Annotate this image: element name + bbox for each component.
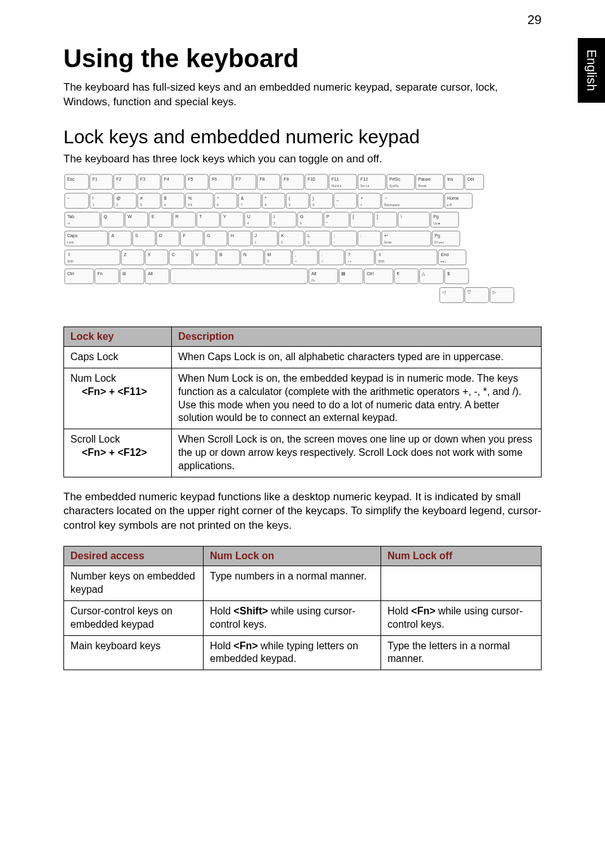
- svg-text:6: 6: [217, 203, 219, 206]
- lock-key-name: Scroll Lock <Fn> + <F12>: [64, 429, 172, 477]
- svg-text:3: 3: [308, 241, 309, 244]
- svg-text:Ctrl: Ctrl: [367, 271, 374, 276]
- svg-text:F10: F10: [308, 177, 315, 181]
- table-header: Num Lock on: [204, 547, 381, 566]
- svg-text:Up ■: Up ■: [433, 222, 440, 225]
- access-cell: Hold <Shift> while using cursor-control …: [204, 600, 381, 635]
- svg-text:3: 3: [140, 203, 142, 206]
- svg-text:\: \: [401, 214, 402, 219]
- svg-text:P: P: [327, 214, 330, 219]
- lock-key-combo: <Fn> + <F11>: [70, 385, 165, 399]
- table-row: Number keys on embedded keypad Type numb…: [64, 566, 542, 601]
- svg-text:Del: Del: [467, 177, 474, 181]
- svg-text:Dn ▸▸|: Dn ▸▸|: [434, 241, 444, 244]
- access-cell: Cursor-control keys on embedded keypad: [64, 600, 204, 635]
- svg-text:↵: ↵: [384, 233, 388, 238]
- svg-text:M: M: [267, 252, 271, 257]
- svg-text:▸▸|: ▸▸|: [441, 260, 445, 263]
- svg-text:$: $: [164, 196, 167, 200]
- svg-text:C: C: [172, 252, 175, 257]
- svg-text:V: V: [195, 252, 198, 257]
- svg-text:Q: Q: [104, 214, 108, 219]
- svg-text:Break: Break: [419, 185, 427, 188]
- svg-text:F4: F4: [164, 177, 169, 181]
- access-cell: Main keyboard keys: [64, 635, 204, 670]
- table-header: Lock key: [64, 327, 172, 347]
- access-cell: Number keys on embedded keypad: [64, 566, 204, 601]
- svg-text:?: ?: [348, 252, 350, 257]
- svg-text:Backspace: Backspace: [384, 203, 400, 206]
- svg-text:⇧: ⇧: [378, 252, 382, 257]
- access-cell: Type numbers in a normal manner.: [204, 566, 381, 601]
- svg-text:⊞: ⊞: [122, 271, 126, 276]
- lock-key-title: Num Lock: [70, 373, 116, 384]
- table-row: Caps Lock When Caps Lock is on, all alph…: [64, 347, 542, 368]
- svg-rect-180: [375, 250, 437, 265]
- svg-text:B: B: [219, 252, 223, 257]
- intro-paragraph: The keyboard has full-sized keys and an …: [63, 81, 542, 110]
- svg-text:#: #: [140, 196, 143, 200]
- page-title: Using the keyboard: [63, 44, 542, 73]
- svg-text:Caps: Caps: [67, 233, 78, 238]
- svg-text:Y: Y: [223, 214, 226, 219]
- svg-text:4: 4: [247, 222, 249, 225]
- table-row: Cursor-control keys on embedded keypad H…: [64, 600, 542, 635]
- svg-text:[: [: [353, 214, 354, 219]
- table-row: Scroll Lock <Fn> + <F12> When Scroll Loc…: [64, 429, 542, 477]
- svg-text:9: 9: [289, 203, 290, 206]
- table-header: Num Lock off: [381, 547, 542, 566]
- svg-text:Z: Z: [124, 252, 127, 257]
- access-cell: Hold <Fn> while typing letters on embedd…: [204, 635, 381, 670]
- table-row: Main keyboard keys Hold <Fn> while typin…: [64, 635, 542, 670]
- svg-text:&: &: [241, 196, 244, 200]
- lock-keys-table: Lock key Description Caps Lock When Caps…: [63, 327, 542, 477]
- svg-text:I: I: [273, 214, 275, 219]
- svg-text:@: @: [116, 196, 120, 200]
- svg-text:Home: Home: [447, 196, 459, 200]
- svg-text::: :: [360, 233, 361, 238]
- svg-text:Pg: Pg: [434, 233, 440, 238]
- svg-text:J: J: [255, 233, 257, 238]
- lock-key-desc: When Scroll Lock is on, the screen moves…: [172, 429, 542, 477]
- svg-text:;: ;: [334, 233, 335, 238]
- svg-text:5: 5: [273, 222, 275, 225]
- lock-key-desc: When Caps Lock is on, all alphabetic cha…: [172, 347, 542, 368]
- svg-text:Pause: Pause: [419, 177, 431, 181]
- svg-text:X: X: [148, 252, 151, 257]
- svg-text:5 €: 5 €: [188, 203, 192, 206]
- svg-text:<: <: [295, 260, 297, 263]
- svg-text:Ins: Ins: [447, 177, 453, 181]
- svg-text:Alt: Alt: [311, 271, 316, 276]
- svg-text:Enter: Enter: [384, 241, 392, 244]
- svg-text:T: T: [199, 214, 202, 219]
- svg-text:~: ~: [67, 196, 70, 200]
- svg-text:F2: F2: [116, 177, 121, 181]
- svg-text:H: H: [231, 233, 234, 238]
- svg-text:): ): [313, 196, 314, 201]
- svg-text:G: G: [207, 233, 210, 238]
- svg-text:Fn: Fn: [98, 271, 103, 276]
- svg-text:D: D: [159, 233, 162, 238]
- svg-text:N: N: [244, 252, 247, 257]
- svg-text:F1: F1: [93, 177, 98, 181]
- section-intro: The keyboard has three lock keys which y…: [63, 153, 542, 165]
- svg-text:U: U: [247, 214, 250, 219]
- access-cell: Hold <Fn> while using cursor-control key…: [381, 600, 542, 635]
- svg-text:/ +: / +: [348, 260, 351, 263]
- svg-text:K: K: [281, 233, 284, 238]
- svg-text:*: *: [327, 222, 328, 225]
- svg-text:Scr Lk: Scr Lk: [360, 185, 370, 188]
- body-paragraph: The embedded numeric keypad functions li…: [63, 490, 542, 534]
- svg-text:F12: F12: [360, 177, 368, 181]
- svg-text:Esc: Esc: [67, 177, 75, 181]
- table-header: Desired access: [64, 547, 204, 566]
- table-header: Description: [172, 327, 542, 347]
- svg-text:End: End: [441, 252, 448, 257]
- svg-text:$: $: [447, 271, 450, 276]
- svg-text:▤: ▤: [342, 271, 346, 276]
- svg-text:F3: F3: [140, 177, 145, 181]
- svg-text:*: *: [264, 196, 266, 200]
- svg-text:8: 8: [264, 203, 266, 206]
- svg-text:%: %: [188, 196, 192, 200]
- svg-text:Tab: Tab: [67, 214, 74, 219]
